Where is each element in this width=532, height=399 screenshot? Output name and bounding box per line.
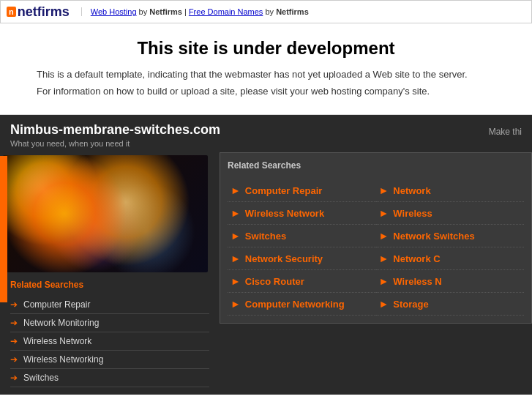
make-this-text: Make thi xyxy=(489,127,522,137)
related-link-wireless-n[interactable]: Wireless N xyxy=(393,276,441,287)
site-subtitle: What you need, when you need it xyxy=(10,139,220,148)
brand-name-1: Netfirms xyxy=(149,7,182,16)
para-2: For information on how to build or uploa… xyxy=(29,86,503,97)
right-panel: Related Searches ► Computer Repair ► Wir… xyxy=(220,152,532,395)
related-searches-panel: Related Searches ► Computer Repair ► Wir… xyxy=(220,152,532,324)
related-item-wireless-network[interactable]: ► Wireless Network xyxy=(228,202,376,225)
related-bullet-icon: ► xyxy=(379,298,389,310)
related-item-wireless[interactable]: ► Wireless xyxy=(376,202,525,225)
related-bullet-icon: ► xyxy=(231,275,241,287)
sidebar-link-wireless-network[interactable]: Wireless Network xyxy=(23,336,91,346)
by-text-1: by xyxy=(139,7,150,16)
site-title: Nimbus-membrane-switches.com xyxy=(10,122,220,138)
site-header: Nimbus-membrane-switches.com What you ne… xyxy=(0,115,532,152)
related-link-network[interactable]: Network xyxy=(393,185,430,196)
related-item-network-security[interactable]: ► Network Security xyxy=(228,247,376,270)
related-panel-title: Related Searches xyxy=(228,160,524,174)
related-link-cisco-router[interactable]: Cisco Router xyxy=(245,276,304,287)
related-bullet-icon: ► xyxy=(379,253,389,264)
arrow-icon: ➔ xyxy=(10,299,18,310)
para-1: This is a default template, indicating t… xyxy=(29,69,503,80)
related-bullet-icon: ► xyxy=(231,184,241,196)
related-link-wireless-network[interactable]: Wireless Network xyxy=(245,208,324,219)
related-bullet-icon: ► xyxy=(379,230,389,242)
related-item-wireless-n[interactable]: ► Wireless N xyxy=(376,270,525,293)
hero-image xyxy=(3,155,208,272)
sidebar-link-switches[interactable]: Switches xyxy=(23,373,59,383)
related-bullet-icon: ► xyxy=(379,184,389,196)
related-bullet-icon: ► xyxy=(231,253,241,264)
orange-accent-strip xyxy=(0,156,7,302)
related-link-network-c[interactable]: Network C xyxy=(393,253,440,264)
related-bullet-icon: ► xyxy=(231,298,241,310)
related-item-network-switches[interactable]: ► Network Switches xyxy=(376,225,525,247)
arrow-icon: ➔ xyxy=(10,336,18,346)
top-bar: n netfirms Web Hosting by Netfirms | Fre… xyxy=(0,0,532,23)
related-link-wireless[interactable]: Wireless xyxy=(393,208,432,219)
sidebar-item-network-monitoring[interactable]: ➔ Network Monitoring xyxy=(10,314,209,332)
logo[interactable]: n netfirms xyxy=(7,4,70,20)
logo-icon: n xyxy=(7,7,16,17)
related-bullet-icon: ► xyxy=(231,230,241,242)
under-development-section: This site is under development This is a… xyxy=(0,23,532,115)
by-text-2: by xyxy=(265,7,276,16)
free-domain-link[interactable]: Free Domain Names xyxy=(189,7,263,16)
sidebar-item-wireless-networking[interactable]: ➔ Wireless Networking xyxy=(10,351,209,369)
related-item-cisco-router[interactable]: ► Cisco Router xyxy=(228,270,376,293)
brand-name-2: Netfirms xyxy=(276,7,309,16)
arrow-icon: ➔ xyxy=(10,318,18,328)
related-grid: ► Computer Repair ► Wireless Network ► S… xyxy=(228,179,524,316)
related-link-network-switches[interactable]: Network Switches xyxy=(393,231,474,242)
related-link-computer-networking[interactable]: Computer Networking xyxy=(245,299,345,310)
related-item-network[interactable]: ► Network xyxy=(376,179,525,202)
site-area: Nimbus-membrane-switches.com What you ne… xyxy=(0,115,532,395)
related-link-computer-repair[interactable]: Computer Repair xyxy=(245,185,322,196)
related-bullet-icon: ► xyxy=(231,207,241,219)
web-hosting-link[interactable]: Web Hosting xyxy=(91,7,137,16)
related-bullet-icon: ► xyxy=(379,207,389,219)
logo-name: netfirms xyxy=(18,4,70,20)
related-col-right: ► Network ► Wireless ► Network Switches xyxy=(376,179,525,316)
content-row: Related Searches ➔ Computer Repair ➔ Net… xyxy=(0,152,532,395)
sidebar-item-computer-repair[interactable]: ➔ Computer Repair xyxy=(10,296,209,314)
related-link-switches[interactable]: Switches xyxy=(245,231,286,242)
related-item-computer-networking[interactable]: ► Computer Networking xyxy=(228,293,376,316)
related-item-computer-repair[interactable]: ► Computer Repair xyxy=(228,179,376,202)
top-bar-links: Web Hosting by Netfirms | Free Domain Na… xyxy=(81,7,309,16)
page-heading: This site is under development xyxy=(29,38,503,59)
sidebar-item-wireless-network[interactable]: ➔ Wireless Network xyxy=(10,332,209,351)
sidebar-searches: Related Searches ➔ Computer Repair ➔ Net… xyxy=(0,272,220,395)
sidebar-link-wireless-networking[interactable]: Wireless Networking xyxy=(23,354,103,365)
related-item-network-c[interactable]: ► Network C xyxy=(376,247,525,270)
sidebar-link-computer-repair[interactable]: Computer Repair xyxy=(23,299,90,310)
related-link-network-security[interactable]: Network Security xyxy=(245,253,323,264)
arrow-icon: ➔ xyxy=(10,354,18,365)
sidebar-related-title: Related Searches xyxy=(10,280,209,290)
related-col-left: ► Computer Repair ► Wireless Network ► S… xyxy=(228,179,376,316)
related-link-storage[interactable]: Storage xyxy=(393,299,428,310)
related-item-switches[interactable]: ► Switches xyxy=(228,225,376,247)
left-column: Related Searches ➔ Computer Repair ➔ Net… xyxy=(0,152,220,395)
sidebar-item-switches[interactable]: ➔ Switches xyxy=(10,369,209,387)
arrow-icon: ➔ xyxy=(10,373,18,383)
related-item-storage[interactable]: ► Storage xyxy=(376,293,525,316)
related-bullet-icon: ► xyxy=(379,275,389,287)
sidebar-link-network-monitoring[interactable]: Network Monitoring xyxy=(23,318,99,328)
